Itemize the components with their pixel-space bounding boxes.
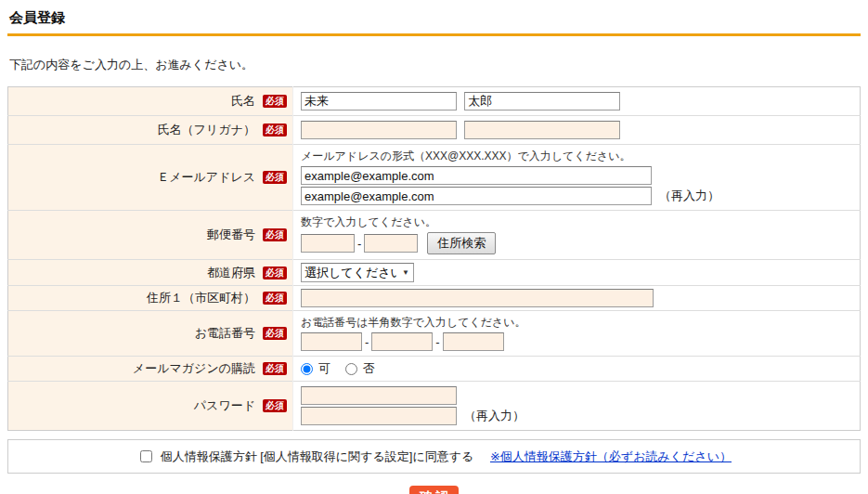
required-badge: 必須	[263, 124, 287, 136]
privacy-agreement-box: 個人情報保護方針 [個人情報取得に関する設定]に同意する ※個人情報保護方針（必…	[7, 439, 861, 474]
first-name-input[interactable]	[464, 92, 620, 110]
prefecture-select[interactable]: 選択してください	[301, 263, 414, 282]
newsletter-no-label: 否	[363, 360, 375, 377]
address1-label-cell: 住所１（市区町村）必須	[8, 286, 293, 311]
confirm-button-area: 確 認	[7, 486, 861, 494]
newsletter-value-cell: 可 否	[293, 357, 861, 382]
form-row-prefecture: 都道府県必須 選択してください ▼	[8, 260, 861, 286]
required-badge: 必須	[263, 327, 287, 340]
postal-code-input-2[interactable]	[364, 234, 418, 253]
last-name-input[interactable]	[301, 92, 457, 110]
required-badge: 必須	[263, 228, 287, 241]
phone-note: お電話番号は半角数字で入力してください。	[301, 315, 852, 331]
confirm-button[interactable]: 確 認	[409, 486, 460, 494]
newsletter-label: メールマガジンの購読	[133, 361, 255, 375]
address1-value-cell	[293, 286, 861, 311]
name-value-cell	[293, 87, 861, 116]
postal-value-cell: 数字で入力してください。 - 住所検索	[293, 211, 861, 260]
name-label: 氏名	[231, 94, 255, 108]
required-badge: 必須	[263, 266, 287, 280]
first-name-kana-input[interactable]	[464, 121, 620, 139]
postal-note: 数字で入力してください。	[301, 214, 852, 230]
email-format-note: メールアドレスの形式（XXX@XXX.XXX）で入力してください。	[301, 149, 852, 164]
privacy-policy-link[interactable]: ※個人情報保護方針（必ずお読みください）	[490, 449, 732, 463]
form-row-email: Ｅメールアドレス必須 メールアドレスの形式（XXX@XXX.XXX）で入力してく…	[8, 145, 861, 211]
prefecture-label: 都道府県	[207, 266, 255, 280]
password-confirm-input[interactable]	[301, 407, 457, 425]
postal-separator: -	[357, 237, 361, 251]
password-label-cell: パスワード必須	[8, 382, 293, 431]
registration-page: 会員登録 下記の内容をご入力の上、お進みください。 氏名必須 氏名（フリガナ）必…	[0, 0, 868, 494]
prefecture-label-cell: 都道府県必須	[8, 260, 293, 286]
prefecture-value-cell: 選択してください ▼	[293, 260, 861, 286]
privacy-agreement-text: 個人情報保護方針 [個人情報取得に関する設定]に同意する	[161, 449, 474, 463]
phone-separator: -	[435, 335, 439, 349]
password-label: パスワード	[194, 398, 255, 412]
newsletter-no-radio[interactable]	[345, 363, 357, 375]
form-row-postal: 郵便番号必須 数字で入力してください。 - 住所検索	[8, 211, 861, 260]
privacy-agreement-checkbox[interactable]	[140, 450, 152, 462]
registration-form-table: 氏名必須 氏名（フリガナ）必須	[7, 86, 861, 431]
email-input[interactable]	[301, 166, 652, 185]
postal-label-cell: 郵便番号必須	[8, 211, 293, 260]
email-value-cell: メールアドレスの形式（XXX@XXX.XXX）で入力してください。 （再入力）	[293, 145, 861, 211]
address1-label: 住所１（市区町村）	[147, 291, 255, 305]
email-label: Ｅメールアドレス	[157, 170, 255, 184]
form-row-name: 氏名必須	[8, 87, 861, 116]
form-row-password: パスワード必須 （再入力）	[8, 382, 861, 431]
password-input[interactable]	[301, 386, 457, 405]
address1-input[interactable]	[301, 289, 654, 307]
phone-value-cell: お電話番号は半角数字で入力してください。 - -	[293, 311, 861, 357]
kana-label: 氏名（フリガナ）	[158, 123, 255, 136]
phone-label: お電話番号	[195, 326, 255, 340]
phone-input-3[interactable]	[443, 332, 504, 351]
email-label-cell: Ｅメールアドレス必須	[8, 145, 293, 211]
page-header: 会員登録	[7, 7, 861, 36]
name-label-cell: 氏名必須	[8, 87, 293, 116]
newsletter-label-cell: メールマガジンの購読必須	[8, 357, 293, 382]
kana-value-cell	[293, 116, 861, 145]
phone-separator: -	[365, 335, 369, 349]
kana-label-cell: 氏名（フリガナ）必須	[8, 116, 293, 145]
form-instruction: 下記の内容をご入力の上、お進みください。	[9, 57, 861, 73]
required-badge: 必須	[263, 362, 287, 375]
email-reenter-label: （再入力）	[659, 188, 719, 204]
phone-label-cell: お電話番号必須	[8, 311, 293, 357]
newsletter-yes-label: 可	[318, 360, 330, 377]
form-row-phone: お電話番号必須 お電話番号は半角数字で入力してください。 - -	[8, 311, 861, 357]
last-name-kana-input[interactable]	[301, 121, 457, 139]
page-title: 会員登録	[9, 9, 861, 27]
form-row-address1: 住所１（市区町村）必須	[8, 286, 861, 311]
postal-code-input-1[interactable]	[301, 234, 355, 253]
address-search-button[interactable]: 住所検索	[427, 232, 496, 254]
postal-label: 郵便番号	[207, 228, 255, 241]
password-reenter-label: （再入力）	[464, 408, 525, 424]
required-badge: 必須	[263, 171, 287, 184]
phone-input-1[interactable]	[301, 332, 362, 351]
form-row-kana: 氏名（フリガナ）必須	[8, 116, 861, 145]
newsletter-yes-radio[interactable]	[301, 363, 313, 375]
phone-input-2[interactable]	[371, 332, 433, 351]
form-row-newsletter: メールマガジンの購読必須 可 否	[8, 357, 861, 382]
email-confirm-input[interactable]	[301, 187, 652, 205]
required-badge: 必須	[263, 95, 287, 108]
password-value-cell: （再入力）	[293, 382, 861, 431]
required-badge: 必須	[263, 292, 287, 305]
required-badge: 必須	[263, 399, 287, 412]
